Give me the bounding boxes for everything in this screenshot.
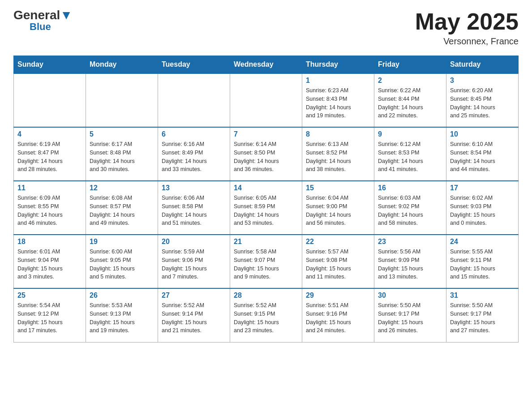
weekday-header-tuesday: Tuesday bbox=[158, 56, 230, 74]
calendar-cell: 30Sunrise: 5:50 AM Sunset: 9:17 PM Dayli… bbox=[374, 288, 446, 342]
calendar-cell: 7Sunrise: 6:14 AM Sunset: 8:50 PM Daylig… bbox=[230, 127, 302, 181]
logo-blue-text: Blue bbox=[30, 21, 51, 32]
day-info: Sunrise: 6:02 AM Sunset: 9:03 PM Dayligh… bbox=[450, 194, 515, 227]
day-info: Sunrise: 5:52 AM Sunset: 9:15 PM Dayligh… bbox=[234, 301, 298, 335]
day-info: Sunrise: 5:50 AM Sunset: 9:17 PM Dayligh… bbox=[378, 301, 442, 335]
day-info: Sunrise: 5:56 AM Sunset: 9:09 PM Dayligh… bbox=[378, 248, 442, 281]
calendar-cell: 31Sunrise: 5:50 AM Sunset: 9:17 PM Dayli… bbox=[446, 288, 519, 342]
day-number: 27 bbox=[162, 291, 226, 300]
calendar-cell bbox=[230, 73, 302, 127]
day-number: 6 bbox=[162, 130, 226, 138]
calendar-cell: 4Sunrise: 6:19 AM Sunset: 8:47 PM Daylig… bbox=[14, 127, 86, 181]
calendar-cell: 10Sunrise: 6:10 AM Sunset: 8:54 PM Dayli… bbox=[446, 127, 519, 181]
calendar-cell: 2Sunrise: 6:22 AM Sunset: 8:44 PM Daylig… bbox=[374, 73, 446, 127]
calendar-cell: 3Sunrise: 6:20 AM Sunset: 8:45 PM Daylig… bbox=[446, 73, 519, 127]
weekday-header-sunday: Sunday bbox=[14, 56, 86, 74]
weekday-header-friday: Friday bbox=[374, 56, 446, 74]
day-number: 20 bbox=[162, 238, 226, 246]
day-info: Sunrise: 5:59 AM Sunset: 9:06 PM Dayligh… bbox=[162, 248, 226, 281]
calendar-cell: 29Sunrise: 5:51 AM Sunset: 9:16 PM Dayli… bbox=[302, 288, 374, 342]
calendar-cell: 26Sunrise: 5:53 AM Sunset: 9:13 PM Dayli… bbox=[86, 288, 158, 342]
week-row-5: 25Sunrise: 5:54 AM Sunset: 9:12 PM Dayli… bbox=[14, 288, 519, 342]
day-number: 31 bbox=[450, 291, 515, 300]
calendar-cell bbox=[158, 73, 230, 127]
day-number: 30 bbox=[378, 291, 442, 300]
day-info: Sunrise: 6:05 AM Sunset: 8:59 PM Dayligh… bbox=[234, 194, 298, 227]
day-number: 26 bbox=[90, 291, 154, 300]
day-number: 13 bbox=[162, 184, 226, 192]
day-number: 1 bbox=[306, 77, 370, 85]
calendar-cell: 9Sunrise: 6:12 AM Sunset: 8:53 PM Daylig… bbox=[374, 127, 446, 181]
day-number: 18 bbox=[17, 238, 82, 246]
calendar-cell: 15Sunrise: 6:04 AM Sunset: 9:00 PM Dayli… bbox=[302, 181, 374, 235]
week-row-4: 18Sunrise: 6:01 AM Sunset: 9:04 PM Dayli… bbox=[14, 235, 519, 288]
calendar-cell: 19Sunrise: 6:00 AM Sunset: 9:05 PM Dayli… bbox=[86, 235, 158, 288]
day-info: Sunrise: 5:58 AM Sunset: 9:07 PM Dayligh… bbox=[234, 248, 298, 281]
day-info: Sunrise: 6:04 AM Sunset: 9:00 PM Dayligh… bbox=[306, 194, 370, 227]
day-number: 21 bbox=[234, 238, 298, 246]
calendar-cell: 17Sunrise: 6:02 AM Sunset: 9:03 PM Dayli… bbox=[446, 181, 519, 235]
day-info: Sunrise: 6:14 AM Sunset: 8:50 PM Dayligh… bbox=[234, 140, 298, 174]
day-number: 14 bbox=[234, 184, 298, 192]
calendar-cell: 21Sunrise: 5:58 AM Sunset: 9:07 PM Dayli… bbox=[230, 235, 302, 288]
day-info: Sunrise: 6:12 AM Sunset: 8:53 PM Dayligh… bbox=[378, 140, 442, 174]
day-info: Sunrise: 6:20 AM Sunset: 8:45 PM Dayligh… bbox=[450, 86, 515, 120]
day-info: Sunrise: 6:09 AM Sunset: 8:55 PM Dayligh… bbox=[17, 194, 82, 227]
logo-general-text: General▼ bbox=[13, 9, 73, 21]
day-info: Sunrise: 5:51 AM Sunset: 9:16 PM Dayligh… bbox=[306, 301, 370, 335]
calendar-cell: 6Sunrise: 6:16 AM Sunset: 8:49 PM Daylig… bbox=[158, 127, 230, 181]
week-row-1: 1Sunrise: 6:23 AM Sunset: 8:43 PM Daylig… bbox=[14, 73, 519, 127]
day-info: Sunrise: 6:00 AM Sunset: 9:05 PM Dayligh… bbox=[90, 248, 154, 281]
day-number: 11 bbox=[17, 184, 82, 192]
calendar-cell: 20Sunrise: 5:59 AM Sunset: 9:06 PM Dayli… bbox=[158, 235, 230, 288]
day-info: Sunrise: 5:55 AM Sunset: 9:11 PM Dayligh… bbox=[450, 248, 515, 281]
day-number: 17 bbox=[450, 184, 515, 192]
header: General▼ Blue May 2025 Versonnex, France bbox=[13, 9, 519, 47]
day-number: 24 bbox=[450, 238, 515, 246]
calendar-cell: 5Sunrise: 6:17 AM Sunset: 8:48 PM Daylig… bbox=[86, 127, 158, 181]
day-info: Sunrise: 6:17 AM Sunset: 8:48 PM Dayligh… bbox=[90, 140, 154, 174]
day-number: 19 bbox=[90, 238, 154, 246]
day-info: Sunrise: 5:50 AM Sunset: 9:17 PM Dayligh… bbox=[450, 301, 515, 335]
calendar-cell: 24Sunrise: 5:55 AM Sunset: 9:11 PM Dayli… bbox=[446, 235, 519, 288]
calendar-cell: 25Sunrise: 5:54 AM Sunset: 9:12 PM Dayli… bbox=[14, 288, 86, 342]
day-info: Sunrise: 6:23 AM Sunset: 8:43 PM Dayligh… bbox=[306, 86, 370, 120]
day-info: Sunrise: 6:19 AM Sunset: 8:47 PM Dayligh… bbox=[17, 140, 82, 174]
calendar-cell: 13Sunrise: 6:06 AM Sunset: 8:58 PM Dayli… bbox=[158, 181, 230, 235]
day-number: 3 bbox=[450, 77, 515, 85]
calendar-cell: 28Sunrise: 5:52 AM Sunset: 9:15 PM Dayli… bbox=[230, 288, 302, 342]
day-info: Sunrise: 5:57 AM Sunset: 9:08 PM Dayligh… bbox=[306, 248, 370, 281]
day-number: 16 bbox=[378, 184, 442, 192]
day-number: 5 bbox=[90, 130, 154, 138]
page: General▼ Blue May 2025 Versonnex, France… bbox=[0, 0, 532, 351]
calendar-cell: 22Sunrise: 5:57 AM Sunset: 9:08 PM Dayli… bbox=[302, 235, 374, 288]
calendar-cell bbox=[86, 73, 158, 127]
day-info: Sunrise: 5:52 AM Sunset: 9:14 PM Dayligh… bbox=[162, 301, 226, 335]
calendar-cell: 23Sunrise: 5:56 AM Sunset: 9:09 PM Dayli… bbox=[374, 235, 446, 288]
weekday-header-thursday: Thursday bbox=[302, 56, 374, 74]
day-number: 9 bbox=[378, 130, 442, 138]
day-number: 2 bbox=[378, 77, 442, 85]
weekday-header-saturday: Saturday bbox=[446, 56, 519, 74]
day-number: 8 bbox=[306, 130, 370, 138]
day-info: Sunrise: 6:08 AM Sunset: 8:57 PM Dayligh… bbox=[90, 194, 154, 227]
calendar-cell bbox=[14, 73, 86, 127]
day-number: 12 bbox=[90, 184, 154, 192]
calendar-cell: 14Sunrise: 6:05 AM Sunset: 8:59 PM Dayli… bbox=[230, 181, 302, 235]
logo-triangle-icon: ▼ bbox=[60, 8, 73, 22]
calendar-cell: 27Sunrise: 5:52 AM Sunset: 9:14 PM Dayli… bbox=[158, 288, 230, 342]
calendar-cell: 18Sunrise: 6:01 AM Sunset: 9:04 PM Dayli… bbox=[14, 235, 86, 288]
week-row-2: 4Sunrise: 6:19 AM Sunset: 8:47 PM Daylig… bbox=[14, 127, 519, 181]
day-number: 22 bbox=[306, 238, 370, 246]
weekday-header-row: SundayMondayTuesdayWednesdayThursdayFrid… bbox=[14, 56, 519, 74]
calendar-table: SundayMondayTuesdayWednesdayThursdayFrid… bbox=[13, 56, 519, 342]
calendar-cell: 11Sunrise: 6:09 AM Sunset: 8:55 PM Dayli… bbox=[14, 181, 86, 235]
calendar-cell: 8Sunrise: 6:13 AM Sunset: 8:52 PM Daylig… bbox=[302, 127, 374, 181]
calendar-cell: 16Sunrise: 6:03 AM Sunset: 9:02 PM Dayli… bbox=[374, 181, 446, 235]
weekday-header-wednesday: Wednesday bbox=[230, 56, 302, 74]
month-title: May 2025 bbox=[415, 9, 519, 34]
day-info: Sunrise: 5:54 AM Sunset: 9:12 PM Dayligh… bbox=[17, 301, 82, 335]
calendar-cell: 1Sunrise: 6:23 AM Sunset: 8:43 PM Daylig… bbox=[302, 73, 374, 127]
week-row-3: 11Sunrise: 6:09 AM Sunset: 8:55 PM Dayli… bbox=[14, 181, 519, 235]
day-number: 4 bbox=[17, 130, 82, 138]
